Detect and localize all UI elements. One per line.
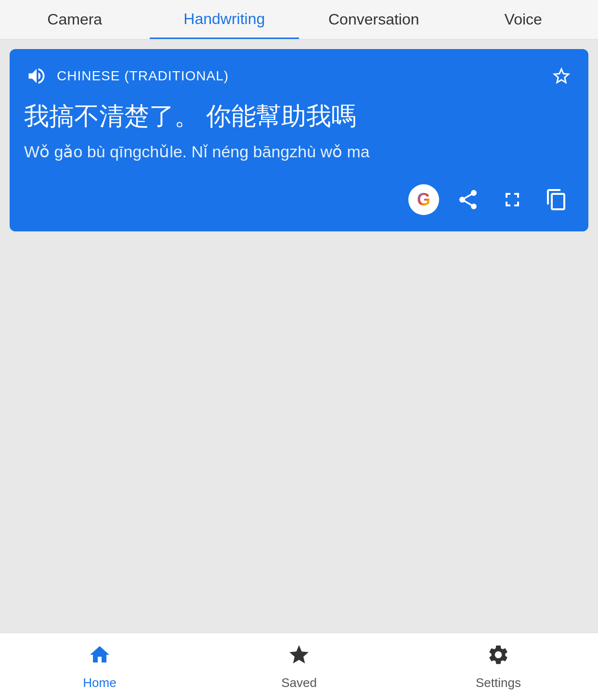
bottom-nav-settings[interactable]: Settings bbox=[399, 643, 598, 690]
romanized-text: Wǒ gǎo bù qīngchǔle. Nǐ néng bāngzhù wǒ … bbox=[24, 140, 574, 164]
card-header: CHINESE (TRADITIONAL) bbox=[24, 64, 574, 89]
favorite-button[interactable] bbox=[549, 64, 574, 89]
google-translate-button[interactable]: G bbox=[406, 182, 441, 217]
google-logo-circle: G bbox=[408, 184, 439, 215]
translated-text: 我搞不清楚了。 你能幫助我嗎 bbox=[24, 100, 574, 133]
saved-label: Saved bbox=[281, 675, 317, 690]
bottom-nav-home[interactable]: Home bbox=[0, 643, 199, 690]
share-button[interactable] bbox=[451, 182, 485, 217]
copy-button[interactable] bbox=[539, 182, 574, 217]
top-navigation: Camera Handwriting Conversation Voice bbox=[0, 0, 598, 39]
translation-card: CHINESE (TRADITIONAL) 我搞不清楚了。 你能幫助我嗎 Wǒ … bbox=[10, 49, 588, 231]
card-actions: G bbox=[24, 182, 574, 217]
saved-icon bbox=[287, 643, 311, 672]
speaker-icon[interactable] bbox=[24, 64, 49, 89]
bottom-navigation: Home Saved Settings bbox=[0, 633, 598, 700]
tab-conversation[interactable]: Conversation bbox=[299, 1, 449, 38]
language-label: CHINESE (TRADITIONAL) bbox=[57, 68, 549, 84]
home-label: Home bbox=[83, 675, 116, 690]
settings-label: Settings bbox=[476, 675, 521, 690]
tab-voice[interactable]: Voice bbox=[449, 1, 598, 38]
expand-button[interactable] bbox=[495, 182, 530, 217]
tab-handwriting[interactable]: Handwriting bbox=[150, 0, 299, 39]
settings-icon bbox=[487, 643, 510, 672]
home-icon bbox=[88, 643, 111, 672]
content-area bbox=[0, 241, 598, 633]
tab-camera[interactable]: Camera bbox=[0, 1, 150, 38]
bottom-nav-saved[interactable]: Saved bbox=[199, 643, 399, 690]
google-g-icon: G bbox=[417, 190, 430, 210]
